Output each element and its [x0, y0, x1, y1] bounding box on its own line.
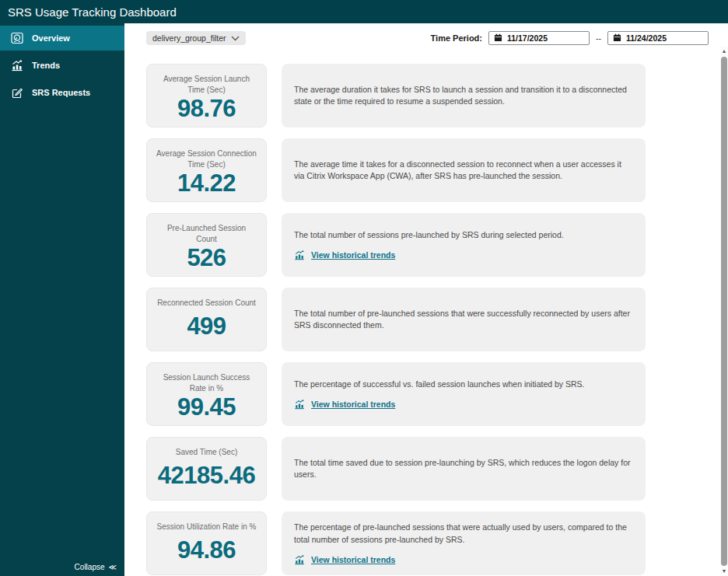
metric-row: Session Utilization Rate in % 94.86 The …	[146, 511, 728, 575]
metrics-list: Average Session Launch Time (Sec) 98.76 …	[146, 64, 728, 575]
end-date-value: 11/24/2025	[626, 33, 667, 43]
scroll-up-arrow[interactable]: ▲	[722, 47, 727, 56]
trends-chart-icon	[11, 59, 23, 72]
sidebar-item-overview[interactable]: Overview	[0, 26, 124, 51]
trends-chart-icon	[294, 250, 305, 260]
sidebar-item-trends[interactable]: Trends	[0, 53, 124, 78]
metric-description-card: The total time saved due to session pre-…	[282, 437, 646, 501]
metric-title: Pre-Launched Session Count	[156, 223, 257, 244]
metric-card: Pre-Launched Session Count 526	[146, 213, 267, 277]
metric-description-card: The total number of sessions pre-launche…	[282, 213, 646, 277]
metric-row: Average Session Connection Time (Sec) 14…	[146, 138, 728, 202]
metric-description: The total number of sessions pre-launche…	[294, 229, 633, 241]
double-chevron-left-icon: ≪	[109, 563, 117, 571]
metric-card: Reconnected Session Count 499	[146, 288, 267, 351]
gauge-icon	[11, 32, 23, 44]
metric-description: The average duration it takes for SRS to…	[294, 84, 633, 107]
metric-title: Session Utilization Rate in %	[157, 522, 257, 532]
trend-link-row: View historical trends	[294, 554, 633, 565]
metric-value: 98.76	[177, 95, 236, 123]
metric-row: Session Launch Success Rate in % 99.45 T…	[146, 362, 728, 426]
date-range-separator: --	[596, 33, 601, 43]
sidebar-item-label: SRS Requests	[32, 88, 90, 97]
metric-description: The total time saved due to session pre-…	[294, 457, 633, 480]
metric-description-card: The percentage of successful vs. failed …	[282, 362, 646, 426]
metric-row: Reconnected Session Count 499 The total …	[146, 288, 728, 351]
calendar-icon	[494, 33, 502, 44]
metric-description: The average time it takes for a disconne…	[294, 159, 633, 182]
metric-description: The percentage of pre-launched sessions …	[294, 522, 633, 545]
collapse-button[interactable]: Collapse ≪	[75, 563, 117, 571]
view-historical-trends-link[interactable]: View historical trends	[311, 250, 395, 260]
metric-card: Session Utilization Rate in % 94.86	[146, 511, 267, 575]
delivery-group-filter-dropdown[interactable]: delivery_group_filter	[146, 31, 246, 45]
sidebar-nav: Overview Trends SRS Requests	[0, 26, 124, 105]
metric-description-card: The total number of pre-launched session…	[282, 288, 646, 351]
metric-description-card: The average duration it takes for SRS to…	[282, 64, 646, 127]
sidebar-item-label: Overview	[32, 33, 70, 43]
metric-row: Average Session Launch Time (Sec) 98.76 …	[146, 64, 728, 127]
main-content: delivery_group_filter Time Period: 11/17…	[124, 23, 728, 576]
end-date-input[interactable]: 11/24/2025	[607, 31, 709, 45]
view-historical-trends-link[interactable]: View historical trends	[311, 555, 395, 564]
metric-description: The total number of pre-launched session…	[294, 308, 633, 331]
view-historical-trends-link[interactable]: View historical trends	[311, 400, 395, 409]
filter-label: delivery_group_filter	[152, 33, 226, 43]
metric-value: 42185.46	[158, 458, 255, 494]
scroll-down-arrow[interactable]: ▼	[722, 567, 727, 576]
start-date-value: 11/17/2025	[507, 33, 548, 43]
metric-card: Average Session Launch Time (Sec) 98.76	[146, 64, 267, 127]
metric-row: Saved Time (Sec) 42185.46 The total time…	[146, 437, 728, 501]
trends-chart-icon	[294, 399, 305, 410]
metric-title: Session Launch Success Rate in %	[156, 372, 257, 393]
scrollbar-thumb[interactable]	[721, 57, 727, 566]
time-period-group: Time Period: 11/17/2025 -- 11/24/2025	[431, 31, 709, 45]
metric-value: 99.45	[177, 393, 236, 421]
trend-link-row: View historical trends	[294, 250, 633, 260]
trend-link-row: View historical trends	[294, 399, 633, 410]
metric-description: The percentage of successful vs. failed …	[294, 379, 633, 390]
chevron-down-icon	[231, 36, 240, 41]
vertical-scrollbar[interactable]: ▲ ▼	[720, 47, 728, 576]
time-period-label: Time Period:	[431, 33, 482, 43]
metric-title: Saved Time (Sec)	[176, 447, 237, 458]
sidebar: Overview Trends SRS Requests Collapse ≪	[0, 23, 124, 576]
metric-value: 526	[187, 244, 226, 272]
metric-description-card: The percentage of pre-launched sessions …	[282, 511, 646, 575]
collapse-label: Collapse	[75, 563, 105, 571]
toolbar: delivery_group_filter Time Period: 11/17…	[146, 31, 709, 45]
metric-title: Reconnected Session Count	[157, 298, 256, 309]
sidebar-item-label: Trends	[32, 61, 60, 70]
metric-description-card: The average time it takes for a disconne…	[282, 138, 646, 202]
start-date-input[interactable]: 11/17/2025	[488, 31, 590, 45]
sidebar-item-srs-requests[interactable]: SRS Requests	[0, 80, 124, 105]
metric-card: Session Launch Success Rate in % 99.45	[146, 362, 267, 426]
trends-chart-icon	[294, 554, 305, 565]
metric-row: Pre-Launched Session Count 526 The total…	[146, 213, 728, 277]
metric-value: 94.86	[177, 532, 236, 569]
metric-value: 14.22	[177, 169, 236, 197]
metric-card: Average Session Connection Time (Sec) 14…	[146, 138, 267, 202]
page-title: SRS Usage Tracking Dashboard	[8, 5, 177, 19]
calendar-icon	[613, 33, 621, 44]
metric-title: Average Session Launch Time (Sec)	[156, 74, 257, 95]
metric-card: Saved Time (Sec) 42185.46	[146, 437, 267, 501]
metric-value: 499	[187, 309, 226, 345]
edit-icon	[11, 86, 23, 99]
metric-title: Average Session Connection Time (Sec)	[156, 148, 257, 169]
app-header: SRS Usage Tracking Dashboard	[0, 0, 728, 23]
